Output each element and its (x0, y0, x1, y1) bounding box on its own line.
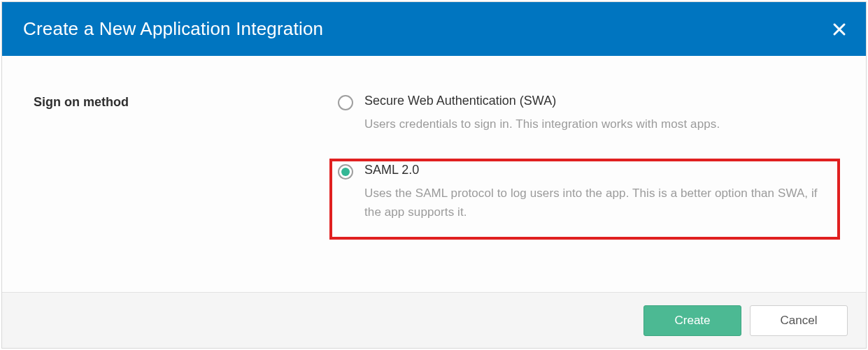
option-swa-description: Users credentials to sign in. This integ… (364, 115, 830, 133)
option-saml-text: SAML 2.0 Uses the SAML protocol to log u… (364, 163, 830, 221)
sign-on-method-label: Sign on method (34, 95, 338, 110)
radio-saml[interactable] (338, 164, 353, 180)
option-swa[interactable]: Secure Web Authentication (SWA) Users cr… (338, 91, 830, 146)
close-icon[interactable] (832, 22, 846, 36)
option-swa-title: Secure Web Authentication (SWA) (364, 94, 830, 108)
modal-title: Create a New Application Integration (23, 18, 323, 40)
radio-swa[interactable] (338, 95, 353, 110)
modal-body: Sign on method Secure Web Authentication… (2, 56, 866, 292)
sign-on-method-options: Secure Web Authentication (SWA) Users cr… (338, 91, 866, 292)
option-saml-description: Uses the SAML protocol to log users into… (364, 184, 830, 221)
option-swa-text: Secure Web Authentication (SWA) Users cr… (364, 94, 830, 133)
create-button[interactable]: Create (643, 305, 741, 336)
modal-header: Create a New Application Integration (2, 2, 866, 56)
cancel-button[interactable]: Cancel (750, 305, 848, 336)
field-label-column: Sign on method (2, 91, 338, 292)
option-saml-title: SAML 2.0 (364, 163, 830, 177)
option-saml[interactable]: SAML 2.0 Uses the SAML protocol to log u… (338, 160, 830, 234)
create-app-integration-modal: Create a New Application Integration Sig… (1, 1, 867, 349)
modal-footer: Create Cancel (2, 292, 866, 348)
